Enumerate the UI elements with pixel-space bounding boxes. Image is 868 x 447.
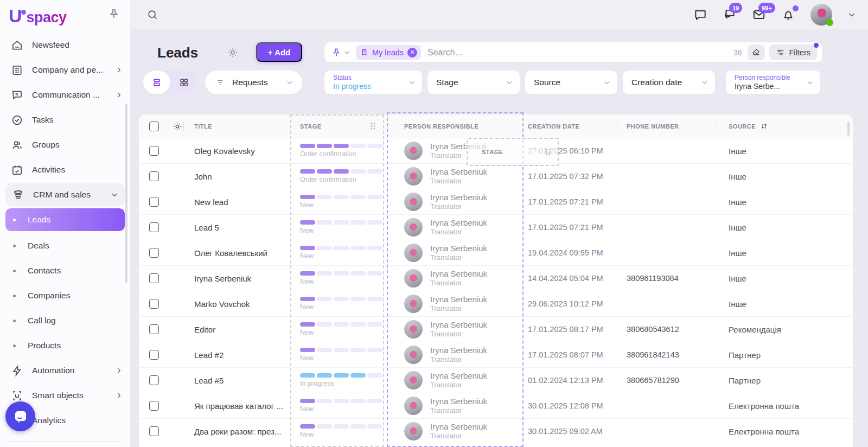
table-row[interactable]: Lead 5 New Iryna Serbeniuk Translator 17… (139, 215, 853, 240)
lead-title[interactable]: Marko Vovchok (183, 291, 289, 316)
row-checkbox[interactable] (149, 171, 159, 181)
sidebar-item-automation[interactable]: Automation (0, 358, 130, 383)
lead-title[interactable]: Два роки разом: през... (183, 419, 289, 444)
row-checkbox[interactable] (149, 248, 159, 258)
sidebar-item-activities[interactable]: Activities (0, 157, 130, 182)
global-search-icon[interactable] (146, 9, 158, 21)
sidebar-item-call-log[interactable]: Call log (0, 308, 130, 333)
column-header-creation-date[interactable]: CREATION DATE (522, 114, 617, 138)
support-chat-launcher[interactable] (5, 401, 35, 431)
column-drag-handle-icon[interactable] (370, 122, 376, 130)
table-settings-gear-icon[interactable] (172, 121, 183, 132)
table-row[interactable]: Iryna Serbeniuk New Iryna Serbeniuk Tran… (139, 266, 853, 291)
sidebar-item-companies[interactable]: Companies (0, 283, 130, 308)
lead-title[interactable]: Олег Ковалевський (183, 240, 289, 265)
row-checkbox[interactable] (149, 401, 159, 411)
table-row[interactable]: Олег Ковалевський New Iryna Serbeniuk Tr… (139, 240, 853, 266)
filter-person-responsible[interactable]: Person responsible Iryna Serbe... (726, 71, 820, 94)
row-checkbox[interactable] (149, 426, 159, 436)
row-checkbox[interactable] (149, 299, 159, 309)
search-bar[interactable]: My leads ✕ Search... 36 Filters (324, 42, 822, 62)
column-header-title[interactable]: TITLE (183, 114, 289, 138)
topbar-actions: 19 99+ (693, 0, 856, 29)
table-row[interactable]: Як працював каталог ... New Iryna Serben… (139, 393, 853, 419)
chip-close-icon[interactable]: ✕ (407, 48, 417, 58)
row-checkbox[interactable] (149, 146, 159, 156)
lead-title[interactable]: New lead (183, 189, 289, 214)
table-row[interactable]: Editor New Iryna Serbeniuk Translator 17… (139, 317, 853, 342)
row-checkbox[interactable] (149, 375, 159, 385)
phone-number (617, 138, 717, 163)
sidebar-item-contacts[interactable]: Contacts (0, 258, 130, 283)
sidebar-item-crm[interactable]: CRM and sales (5, 183, 125, 206)
lead-title[interactable]: Lead #2 (183, 342, 289, 367)
filters-button[interactable]: Filters (769, 44, 817, 60)
clear-search-eraser-icon[interactable] (748, 44, 765, 60)
funnel-select[interactable]: Requests (205, 71, 302, 94)
lead-title[interactable]: Oleg Kovalevsky (183, 138, 289, 163)
filter-stage[interactable]: Stage (427, 71, 520, 94)
source: Інше (717, 138, 853, 163)
table-row[interactable]: New lead New Iryna Serbeniuk Translator … (139, 189, 853, 215)
filter-source[interactable]: Source (525, 71, 617, 94)
table-row[interactable]: Два роки разом: през... New Iryna Serben… (139, 419, 853, 444)
sidebar-item-products[interactable]: Products (0, 333, 130, 358)
lead-title[interactable]: Iryna Serbeniuk (183, 266, 289, 291)
lead-title[interactable]: Як працював каталог ... (183, 393, 289, 418)
source: Інше (717, 291, 853, 316)
row-checkbox[interactable] (149, 273, 159, 283)
comments-icon[interactable] (693, 8, 707, 22)
pin-icon[interactable] (331, 47, 342, 58)
pin-chevron-down-icon[interactable] (343, 49, 350, 56)
column-header-source[interactable]: SOURCE (717, 114, 853, 138)
sidebar-item-tasks[interactable]: Tasks (0, 107, 130, 132)
search-input[interactable]: Search... (427, 48, 733, 58)
list-view-button[interactable] (143, 71, 170, 94)
sidebar-item-newsfeed[interactable]: Newsfeed (0, 33, 130, 58)
row-checkbox[interactable] (149, 324, 159, 334)
row-checkbox[interactable] (149, 222, 159, 232)
sidebar-item-company[interactable]: Company and pe... (0, 58, 130, 82)
mail-icon[interactable]: 99+ (752, 8, 766, 22)
user-avatar[interactable] (810, 4, 832, 25)
table-row[interactable]: Lead #5 In progress Iryna Serbeniuk Tran… (139, 368, 853, 393)
lead-title[interactable]: Lead #5 (183, 368, 289, 393)
lead-title[interactable]: Editor (183, 317, 289, 342)
my-leads-filter-chip[interactable]: My leads ✕ (356, 45, 421, 60)
sidebar-item-leads[interactable]: Leads (5, 208, 125, 231)
stage-label: New (300, 252, 382, 260)
select-all-checkbox[interactable] (149, 122, 159, 131)
creation-date: 30.01.2025 12:08 PM (522, 393, 617, 418)
sidebar-item-deals[interactable]: Deals (0, 233, 130, 258)
row-checkbox[interactable] (149, 197, 159, 207)
filter-status[interactable]: Status In progress (324, 71, 422, 94)
table-row[interactable]: Marko Vovchok New Iryna Serbeniuk Transl… (139, 291, 853, 317)
chevron-down-icon (286, 79, 293, 86)
messenger-icon[interactable]: 19 (723, 8, 737, 22)
column-header-stage[interactable]: STAGE (289, 114, 386, 138)
phone-number (617, 393, 717, 418)
logo-u: U (9, 7, 22, 25)
sidebar-item-groups[interactable]: Groups (0, 132, 130, 157)
filter-creation-date[interactable]: Creation date (623, 71, 715, 94)
uspacy-logo[interactable]: U spacy (9, 7, 67, 26)
table-scrollbar[interactable] (847, 122, 850, 136)
column-header-person-responsible[interactable]: PERSON RESPONSIBLE (386, 114, 522, 138)
lead-title[interactable]: John (183, 164, 289, 189)
sort-icon[interactable] (760, 122, 768, 130)
column-header-phone-number[interactable]: PHONE NUMBER (617, 114, 717, 138)
sidebar-item-communication[interactable]: Communication ... (0, 82, 130, 107)
lead-title[interactable]: Lead 5 (183, 215, 289, 240)
row-checkbox[interactable] (149, 350, 159, 360)
table-row[interactable]: Lead #2 New Iryna Serbeniuk Translator 1… (139, 342, 853, 368)
page-settings-gear-icon[interactable] (227, 47, 239, 59)
add-lead-button[interactable]: + Add (256, 42, 302, 62)
profile-chevron-down-icon[interactable] (847, 10, 856, 19)
phone-number: 380680543612 (617, 317, 717, 342)
kanban-view-button[interactable] (170, 71, 197, 94)
sidebar-pin-icon[interactable] (107, 8, 120, 21)
stage-label: New (300, 329, 382, 336)
stage-column-drag-ghost[interactable]: STAGE (467, 138, 559, 166)
table-row[interactable]: John Order confirmation Iryna Serbeniuk … (139, 164, 853, 189)
notifications-bell-icon[interactable] (781, 8, 795, 22)
